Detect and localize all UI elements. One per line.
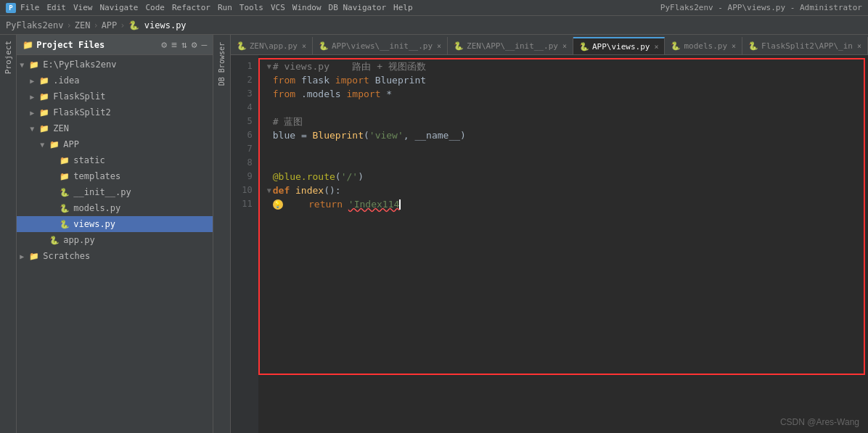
tab-zen-app-init[interactable]: 🐍 ZEN\APP\__init__.py ×: [448, 37, 573, 54]
tab-models[interactable]: 🐍 models.py ×: [665, 37, 742, 54]
project-panel-icons[interactable]: ⚙ ≡ ⇅ ⚙ —: [161, 39, 207, 50]
tree-item-models[interactable]: 🐍 models.py: [17, 200, 213, 216]
folder-icon-idea: 📁: [38, 75, 50, 86]
code-line-9: @blue.route('/'): [267, 170, 859, 183]
title-bar: P File Edit View Navigate Code Refactor …: [0, 0, 868, 16]
root-label: E:\PyFlaks2env: [43, 59, 116, 70]
tab-app-views-init[interactable]: 🐍 APP\views\__init__.py ×: [313, 37, 448, 54]
tree-item-app[interactable]: ▼ 📁 APP: [17, 136, 213, 152]
fold-1[interactable]: ▼: [267, 59, 271, 73]
folder-icon-flasksplit2: 📁: [38, 107, 50, 117]
menu-help[interactable]: Help: [393, 3, 413, 12]
tree-item-idea[interactable]: ▶ 📁 .idea: [17, 73, 213, 88]
sort-icon[interactable]: ⇅: [181, 39, 187, 50]
tab-icon-app-views-init: 🐍: [319, 41, 329, 51]
code-line-10: ▼ def index():: [267, 183, 859, 197]
folder-icon-scratches: 📁: [28, 251, 40, 261]
menu-window[interactable]: Window: [292, 3, 322, 12]
arrow-flasksplit: ▶: [30, 93, 38, 101]
tree-item-root[interactable]: ▼ 📁 E:\PyFlaks2env: [17, 57, 213, 73]
tree-item-zen[interactable]: ▼ 📁 ZEN: [17, 120, 213, 136]
tab-zen-app[interactable]: 🐍 ZEN\app.py ×: [231, 37, 313, 54]
close-models[interactable]: ×: [732, 42, 736, 50]
fold-2: [267, 73, 271, 87]
tree-item-init[interactable]: 🐍 __init__.py: [17, 184, 213, 200]
line-numbers: 1 2 3 4 5 6 7 8 9 10 11: [231, 55, 258, 433]
tree-item-apppy[interactable]: 🐍 app.py: [17, 232, 213, 248]
file-tree: ▼ 📁 E:\PyFlaks2env ▶ 📁 .idea ▶ 📁 FlaskSp…: [17, 55, 213, 433]
menu-vcs[interactable]: VCS: [271, 3, 285, 12]
db-browser-label[interactable]: DB Browser: [216, 38, 227, 90]
minimize-icon[interactable]: —: [202, 39, 208, 50]
tab-label-flasksplit2: FlaskSplit2\APP\_in: [761, 41, 853, 51]
db-browser-tab[interactable]: DB Browser: [213, 35, 230, 433]
app-label: APP: [63, 139, 79, 149]
arrow-zen: ▼: [30, 125, 38, 133]
menu-tools[interactable]: Tools: [239, 3, 263, 12]
breadcrumb: PyFlaks2env › ZEN › APP › 🐍 views.py: [0, 16, 868, 35]
menu-view[interactable]: View: [73, 3, 93, 12]
folder-icon-root: 📁: [28, 59, 40, 70]
arrow-root: ▼: [20, 61, 28, 69]
tab-flasksplit2[interactable]: 🐍 FlaskSplit2\APP\_in ×: [742, 37, 868, 54]
menu-bar[interactable]: File Edit View Navigate Code Refactor Ru…: [20, 3, 413, 12]
menu-refactor[interactable]: Refactor: [172, 3, 210, 12]
project-panel-title: Project Files: [36, 40, 105, 50]
tree-item-static[interactable]: 📁 static: [17, 152, 213, 168]
settings-icon[interactable]: ⚙: [161, 39, 167, 50]
tab-app-views[interactable]: 🐍 APP\views.py ×: [573, 37, 666, 54]
tab-label-app-views: APP\views.py: [592, 42, 650, 51]
window-title: PyFlaks2env - APP\views.py - Administrat…: [660, 3, 862, 12]
code-line-2: from flask import Blueprint: [267, 73, 859, 87]
menu-dbnavigator[interactable]: DB Navigator: [329, 3, 386, 12]
tabs-bar: 🐍 ZEN\app.py × 🐍 APP\views\__init__.py ×…: [231, 35, 868, 55]
project-sidebar-tab[interactable]: Project: [0, 35, 17, 433]
fold-10[interactable]: ▼: [267, 183, 271, 197]
fold-11: [267, 197, 271, 211]
menu-code[interactable]: Code: [145, 3, 165, 12]
code-line-11: 💡 return 'Index114: [267, 197, 859, 211]
close-zen-app[interactable]: ×: [302, 42, 306, 50]
tab-label-app-views-init: APP\views\__init__.py: [332, 41, 433, 51]
py-icon-views: 🐍: [59, 219, 70, 229]
menu-file[interactable]: File: [20, 3, 40, 12]
menu-run[interactable]: Run: [218, 3, 232, 12]
expand-icon[interactable]: ≡: [171, 39, 177, 50]
tree-item-flasksplit[interactable]: ▶ 📁 FlaskSplit: [17, 88, 213, 104]
menu-edit[interactable]: Edit: [47, 3, 67, 12]
arrow-flasksplit2: ▶: [30, 109, 38, 117]
gear-icon[interactable]: ⚙: [192, 39, 197, 50]
code-line-4: [267, 101, 859, 115]
folder-icon-zen: 📁: [38, 123, 50, 133]
folder-icon-flasksplit: 📁: [38, 91, 50, 102]
tree-item-scratches[interactable]: ▶ 📁 Scratches: [17, 248, 213, 264]
app-icon: P: [6, 3, 16, 13]
flasksplit2-label: FlaskSplit2: [53, 107, 110, 117]
close-flasksplit2[interactable]: ×: [857, 42, 861, 50]
folder-icon-static: 📁: [59, 155, 70, 165]
views-label: views.py: [73, 219, 115, 229]
py-icon-init: 🐍: [59, 187, 70, 197]
fold-5: [267, 115, 271, 128]
fold-6: [267, 128, 271, 142]
watermark: CSDN @Ares-Wang: [780, 417, 859, 427]
project-tab-label[interactable]: Project: [2, 38, 15, 77]
tree-item-views[interactable]: 🐍 views.py: [17, 216, 213, 232]
tab-icon-zen-app-init: 🐍: [454, 41, 464, 51]
code-content[interactable]: ▼ # views.py 路由 + 视图函数 from flask import…: [258, 55, 868, 433]
py-icon-models: 🐍: [59, 203, 70, 213]
tab-icon-app-views: 🐍: [579, 42, 589, 51]
code-editor[interactable]: 1 2 3 4 5 6 7 8 9 10 11 ▼ # views.py 路由 …: [231, 55, 868, 433]
bc-zen[interactable]: ZEN: [75, 20, 91, 30]
tree-item-flasksplit2[interactable]: ▶ 📁 FlaskSplit2: [17, 104, 213, 120]
close-zen-app-init[interactable]: ×: [562, 42, 567, 50]
tree-item-templates[interactable]: 📁 templates: [17, 168, 213, 184]
bc-views-py[interactable]: 🐍 views.py: [128, 20, 187, 30]
folder-icon: 📁: [22, 40, 33, 50]
close-app-views[interactable]: ×: [654, 43, 658, 51]
bc-app[interactable]: APP: [102, 20, 118, 30]
close-app-views-init[interactable]: ×: [437, 42, 441, 50]
fold-3: [267, 87, 271, 101]
bc-pyflaks2env[interactable]: PyFlaks2env: [6, 20, 63, 30]
menu-navigate[interactable]: Navigate: [100, 3, 139, 12]
